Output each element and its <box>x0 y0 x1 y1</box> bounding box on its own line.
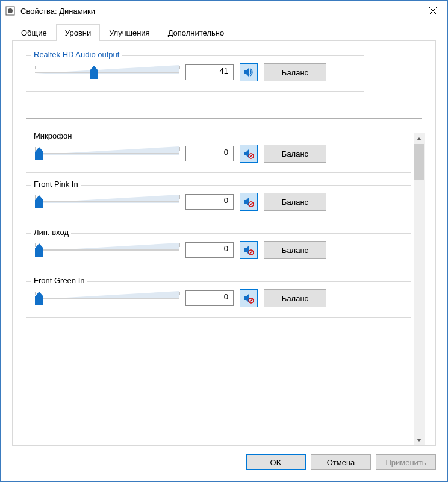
inputs-list: Микрофон 0 <box>23 133 414 445</box>
scrollbar[interactable] <box>414 133 425 445</box>
svg-marker-23 <box>35 292 43 305</box>
chevron-up-icon <box>417 137 422 140</box>
svg-marker-6 <box>244 68 249 77</box>
input-slider[interactable] <box>35 145 179 163</box>
cancel-button[interactable]: Отмена <box>311 454 371 470</box>
apply-button[interactable]: Применить <box>376 454 436 470</box>
svg-marker-13 <box>35 195 43 208</box>
svg-marker-24 <box>244 294 249 302</box>
svg-line-16 <box>250 203 253 206</box>
tab-levels[interactable]: Уровни <box>56 24 100 41</box>
output-group: Realtek HD Audio output 41 <box>26 55 364 92</box>
svg-marker-27 <box>417 137 422 140</box>
input-value[interactable]: 0 <box>185 194 234 210</box>
scroll-up-button[interactable] <box>414 133 425 144</box>
titlebar: Свойства: Динамики <box>1 1 447 20</box>
output-label: Realtek HD Audio output <box>31 50 122 59</box>
slider-track <box>35 72 179 73</box>
input-mute-button[interactable] <box>240 145 258 163</box>
levels-panel: Realtek HD Audio output 41 <box>12 40 436 446</box>
input-row: 0 Баланс <box>35 145 402 163</box>
input-label: Front Pink In <box>31 180 81 189</box>
close-button[interactable] <box>419 1 447 20</box>
input-value[interactable]: 0 <box>185 146 234 161</box>
scroll-down-button[interactable] <box>414 434 425 445</box>
input-slider[interactable] <box>35 193 179 211</box>
tab-general[interactable]: Общие <box>12 24 56 41</box>
input-balance-button[interactable]: Баланс <box>264 193 326 211</box>
svg-marker-9 <box>244 149 249 158</box>
svg-point-1 <box>8 8 13 13</box>
slider-thumb[interactable] <box>34 195 45 208</box>
dialog-button-bar: OK Отмена Применить <box>1 454 447 481</box>
properties-dialog: Свойства: Динамики Общие Уровни Улучшени… <box>0 0 448 482</box>
tab-advanced[interactable]: Дополнительно <box>159 24 234 41</box>
inputs-area: Микрофон 0 <box>23 133 425 445</box>
input-group-front-green: Front Green In 0 <box>26 281 411 318</box>
svg-marker-5 <box>90 66 98 79</box>
output-value[interactable]: 41 <box>185 64 234 80</box>
slider-thumb[interactable] <box>89 66 99 79</box>
ok-button[interactable]: OK <box>246 454 306 470</box>
input-balance-button[interactable]: Баланс <box>264 289 326 307</box>
input-group-line-in: Лин. вход 0 <box>26 233 411 269</box>
svg-marker-28 <box>417 439 422 442</box>
svg-line-26 <box>250 299 253 302</box>
svg-marker-19 <box>244 246 249 254</box>
output-row: 41 Баланс <box>35 63 355 81</box>
input-mute-button[interactable] <box>240 289 258 307</box>
slider-thumb[interactable] <box>34 292 45 305</box>
input-row: 0 Баланс <box>35 241 402 259</box>
input-balance-button[interactable]: Баланс <box>264 145 326 163</box>
svg-marker-18 <box>35 243 43 257</box>
input-value[interactable]: 0 <box>185 290 234 306</box>
speaker-muted-icon <box>243 148 254 159</box>
tab-enhancements[interactable]: Улучшения <box>100 24 158 41</box>
chevron-down-icon <box>417 439 422 442</box>
input-row: 0 Баланс <box>35 193 402 211</box>
scroll-thumb[interactable] <box>414 144 424 180</box>
input-mute-button[interactable] <box>240 193 258 211</box>
output-balance-button[interactable]: Баланс <box>264 63 326 81</box>
input-label: Лин. вход <box>31 228 71 237</box>
speaker-muted-icon <box>243 293 254 304</box>
slider-thumb[interactable] <box>34 243 45 257</box>
input-balance-button[interactable]: Баланс <box>264 241 326 259</box>
input-slider[interactable] <box>35 289 179 307</box>
close-icon <box>429 7 437 14</box>
speaker-muted-icon <box>243 245 254 255</box>
svg-line-21 <box>250 251 253 254</box>
input-group-front-pink: Front Pink In 0 <box>26 185 411 221</box>
tab-strip: Общие Уровни Улучшения Дополнительно <box>1 20 447 41</box>
input-value[interactable]: 0 <box>185 242 234 258</box>
input-row: 0 Баланс <box>35 289 402 307</box>
input-group-microphone: Микрофон 0 <box>26 137 411 173</box>
separator <box>26 118 422 119</box>
input-mute-button[interactable] <box>240 241 258 259</box>
svg-marker-8 <box>35 147 43 160</box>
input-label: Микрофон <box>31 133 74 140</box>
output-slider[interactable] <box>35 63 179 81</box>
output-mute-button[interactable] <box>240 63 258 81</box>
input-label: Front Green In <box>31 276 87 285</box>
svg-marker-14 <box>244 198 249 206</box>
speaker-icon <box>243 67 254 78</box>
slider-thumb[interactable] <box>34 147 45 160</box>
speaker-muted-icon <box>243 196 254 207</box>
svg-line-11 <box>250 155 253 158</box>
window-title: Свойства: Динамики <box>20 7 419 16</box>
input-slider[interactable] <box>35 241 179 259</box>
speaker-app-icon <box>5 5 16 16</box>
